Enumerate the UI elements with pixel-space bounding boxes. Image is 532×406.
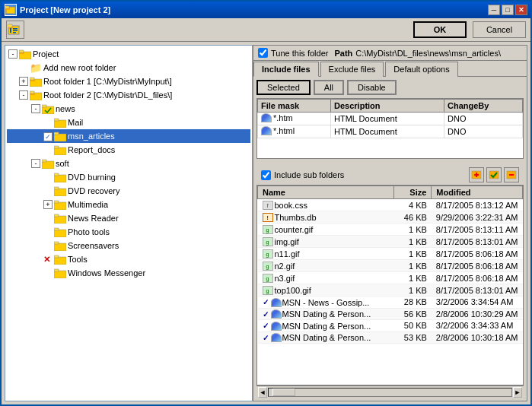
svg-rect-36 <box>54 214 59 217</box>
file-mask-row-0-desc: HTML Document <box>331 113 444 125</box>
svg-rect-19 <box>42 106 54 114</box>
file-mask-row: *.htm HTML Document DNO <box>258 113 523 125</box>
col-change-by: ChangeBy <box>444 100 523 113</box>
horizontal-scrollbar[interactable]: ◄ ► <box>256 385 524 398</box>
tab-include-files[interactable]: Include files <box>253 62 319 77</box>
tree-label-screensavers: Screensavers <box>68 241 119 250</box>
path-bar: Tune this folder Path C:\MyDistr\DL_file… <box>253 46 527 61</box>
filter-all-btn[interactable]: All <box>314 80 344 95</box>
project-folder-icon <box>19 48 31 60</box>
col-name: Name <box>258 186 394 199</box>
file-mask-row: *.html HTML Document DNO <box>258 125 523 138</box>
tree-label-dvd-burning: DVD burning <box>68 173 116 182</box>
tree-item-mail[interactable]: Mail <box>7 116 250 129</box>
svg-rect-25 <box>54 147 66 155</box>
dvd-recovery-icon <box>54 185 66 197</box>
tree-item-news[interactable]: - news <box>7 102 250 116</box>
file-list-header: Include sub folders <box>256 165 524 185</box>
toolbar-project-btn[interactable] <box>6 21 24 39</box>
svg-rect-39 <box>54 243 66 251</box>
cancel-button[interactable]: Cancel <box>473 21 526 38</box>
svg-rect-40 <box>54 242 59 244</box>
file-list-row: g n2.gif 1 KB 8/17/2005 8:06:18 AM <box>258 260 523 272</box>
tree-item-tools[interactable]: ✕ Tools <box>7 252 250 266</box>
tab-default-options[interactable]: Default options <box>385 62 457 77</box>
svg-rect-26 <box>54 146 59 148</box>
check-file-btn[interactable] <box>486 167 502 182</box>
tree-item-add-root[interactable]: 📁 Add new root folder <box>7 61 250 75</box>
tree-item-dvd-burning[interactable]: DVD burning <box>7 170 250 184</box>
tree-item-soft[interactable]: - soft <box>7 157 250 170</box>
col-file-mask: File mask <box>258 100 331 113</box>
tree-item-news-reader[interactable]: News Reader <box>7 211 250 225</box>
svg-rect-29 <box>54 175 66 182</box>
report-docs-icon <box>54 144 66 156</box>
svg-rect-41 <box>54 257 66 265</box>
ok-button[interactable]: OK <box>413 21 467 38</box>
file-list-table-container[interactable]: Name Size Modified f <box>256 185 524 385</box>
tree-item-screensavers[interactable]: Screensavers <box>7 239 250 252</box>
filter-disable-btn[interactable]: Disable <box>347 80 397 95</box>
add-file-btn[interactable] <box>469 167 484 182</box>
remove-file-btn[interactable] <box>504 167 519 182</box>
svg-rect-48 <box>489 171 499 179</box>
tree-item-photo-tools[interactable]: Photo tools <box>7 225 250 239</box>
file-list-actions <box>469 167 519 182</box>
files-mask-table: File mask Description ChangeBy <box>257 99 523 138</box>
tab-exclude-files[interactable]: Exclude files <box>320 62 384 77</box>
right-panel: Tune this folder Path C:\MyDistr\DL_file… <box>253 45 527 401</box>
svg-rect-20 <box>42 105 46 107</box>
tree-label-photo-tools: Photo tools <box>68 227 110 236</box>
svg-rect-44 <box>54 269 59 271</box>
tree-item-dvd-recovery[interactable]: DVD recovery <box>7 184 250 198</box>
tree-label-project: Project <box>33 49 59 59</box>
tree-label-add-root: Add new root folder <box>43 63 116 72</box>
window-controls: ─ □ ✕ <box>488 5 527 15</box>
file-list-row: g top100.gif 1 KB 8/17/2005 8:13:01 AM <box>258 284 523 297</box>
expand-icon[interactable]: - <box>8 49 18 59</box>
tree-item-msn-articles[interactable]: ✓ msn_articles <box>7 129 250 143</box>
path-value: C:\MyDistr\DL_files\news\msn_articles\ <box>355 49 501 58</box>
maximize-button[interactable]: □ <box>502 5 514 15</box>
file-list-row: f book.css 4 KB 8/17/2005 8:13:12 AM <box>258 199 523 211</box>
tree-label-dvd-recovery: DVD recovery <box>68 186 119 195</box>
mail-icon <box>54 116 66 128</box>
file-mask-row-0-change: DNO <box>444 113 523 125</box>
svg-rect-12 <box>19 50 24 52</box>
svg-rect-24 <box>54 132 59 135</box>
minimize-button[interactable]: ─ <box>488 5 500 15</box>
ie-icon-2: *.html <box>261 126 295 135</box>
svg-rect-32 <box>54 187 59 189</box>
right-section: Tune this folder Path C:\MyDistr\DL_file… <box>253 42 530 404</box>
expand-icon-root1[interactable]: + <box>19 77 28 86</box>
svg-rect-43 <box>54 271 66 278</box>
expand-icon-root2[interactable]: - <box>19 90 28 100</box>
file-list-row: g counter.gif 1 KB 8/17/2005 8:13:11 AM <box>258 224 523 236</box>
tree-item-multimedia[interactable]: + Multimedia <box>7 198 250 211</box>
svg-rect-34 <box>54 201 59 203</box>
path-key: Path <box>334 49 352 58</box>
expand-icon-multimedia[interactable]: + <box>43 200 53 209</box>
tree-item-root2[interactable]: - Root folder 2 [C:\MyDistr\DL_files\] <box>7 88 250 102</box>
tree-item-project[interactable]: - Project <box>7 47 250 61</box>
tune-folder-checkbox[interactable] <box>258 48 268 58</box>
include-sub-checkbox[interactable] <box>261 170 271 180</box>
expand-icon-soft[interactable]: - <box>31 159 40 168</box>
close-button[interactable]: ✕ <box>515 5 527 15</box>
filter-buttons: Selected All Disable <box>256 80 524 95</box>
tree-item-root1[interactable]: + Root folder 1 [C:\MyDistr\MyInput\] <box>7 75 250 88</box>
filter-selected-btn[interactable]: Selected <box>256 80 311 95</box>
col-size: Size <box>394 186 432 199</box>
file-list-row: ✓ MSN Dating & Person... 56 KB 2/8/2006 … <box>258 308 523 320</box>
expand-icon-news[interactable]: - <box>31 104 40 113</box>
file-list-row: ! Thumbs.db 46 KB 9/29/2006 3:22:31 AM <box>258 211 523 224</box>
dvd-burning-icon <box>54 171 66 183</box>
tools-icon <box>54 253 66 265</box>
main-layout: - Project 📁 Add new root folder <box>2 42 530 404</box>
tree-item-windows-messenger[interactable]: Windows Messenger <box>7 266 250 280</box>
multimedia-icon <box>54 198 66 211</box>
svg-rect-7 <box>13 28 18 30</box>
svg-rect-35 <box>54 216 66 224</box>
tree-item-report-docs[interactable]: Report_docs <box>7 143 250 157</box>
tab-content: Selected All Disable File mask Descripti… <box>253 77 527 401</box>
